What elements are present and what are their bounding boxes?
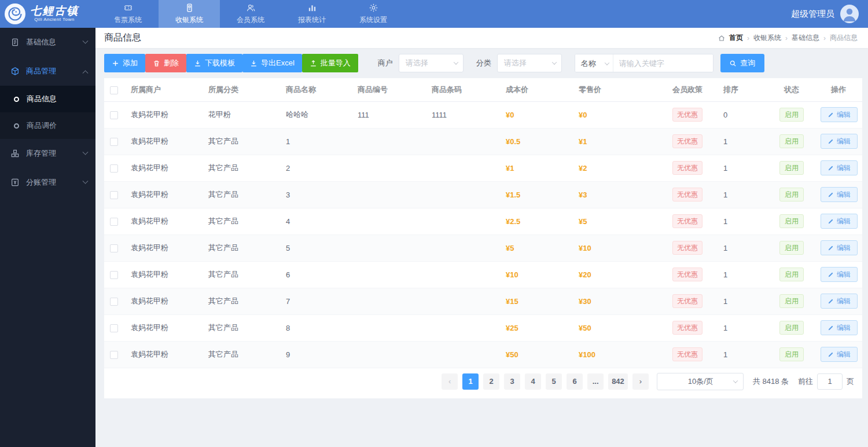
- page-button-6[interactable]: 6: [567, 373, 583, 390]
- next-page-button[interactable]: ›: [632, 373, 649, 390]
- nav-item-5[interactable]: 系统设置: [343, 0, 404, 28]
- nav-item-2[interactable]: 收银系统: [159, 0, 220, 28]
- logo-title: 七鲤古镇: [30, 5, 79, 17]
- nav-item-4[interactable]: 报表统计: [281, 0, 343, 28]
- product-table-card: 所属商户所属分类商品名称商品编号商品条码成本价零售价会员政策排序状态操作 袁妈花…: [104, 78, 862, 398]
- cell-category: 其它产品: [203, 128, 280, 155]
- user-avatar-icon[interactable]: [840, 5, 859, 23]
- table-row: 袁妈花甲粉其它产品5¥5¥10无优惠1启用编辑: [104, 235, 862, 261]
- logo-subtitle: Qili Ancient Town: [30, 17, 79, 23]
- merchant-select[interactable]: 请选择: [399, 54, 464, 72]
- cell-category: 其它产品: [203, 261, 280, 288]
- cell-cost-price: ¥2.5: [500, 208, 573, 235]
- select-all-checkbox[interactable]: [110, 86, 118, 94]
- column-header: 商品编号: [352, 78, 426, 101]
- page-button-842[interactable]: 842: [608, 373, 628, 390]
- page-size-select[interactable]: 10条/页: [657, 373, 744, 390]
- row-checkbox[interactable]: [110, 218, 118, 226]
- cell-product-name: 1: [280, 128, 352, 155]
- filter-bar: 商户 请选择 分类 请选择 名称 查询: [378, 54, 764, 72]
- chevron-down-icon: [552, 60, 557, 64]
- row-checkbox[interactable]: [110, 324, 118, 332]
- cell-product-name: 5: [280, 235, 352, 261]
- edit-button[interactable]: 编辑: [821, 160, 858, 175]
- goto-page-input[interactable]: [817, 373, 843, 390]
- breadcrumb-item-1[interactable]: 首页: [729, 33, 743, 43]
- download-template-button[interactable]: 下载模板: [186, 54, 242, 72]
- row-checkbox[interactable]: [110, 351, 118, 359]
- cell-category: 花甲粉: [203, 101, 280, 128]
- breadcrumb: 首页›收银系统›基础信息›商品信息: [718, 33, 858, 43]
- row-checkbox[interactable]: [110, 298, 118, 306]
- cell-product-code: [352, 341, 426, 368]
- row-checkbox[interactable]: [110, 244, 118, 252]
- page-ellipsis: ...: [587, 373, 604, 390]
- delete-button[interactable]: 删除: [145, 54, 186, 72]
- cell-retail-price: ¥20: [573, 261, 657, 288]
- cell-cost-price: ¥1: [500, 155, 573, 181]
- cell-category: 其它产品: [203, 341, 280, 368]
- batch-import-button[interactable]: 批量导入: [302, 54, 358, 72]
- pencil-icon: [827, 192, 834, 198]
- sidebar-item-2[interactable]: 商品管理: [0, 57, 95, 86]
- edit-button[interactable]: 编辑: [821, 187, 858, 202]
- cell-barcode: [426, 155, 500, 181]
- prev-page-button[interactable]: ‹: [442, 373, 458, 390]
- page-button-2[interactable]: 2: [483, 373, 499, 390]
- edit-button[interactable]: 编辑: [821, 214, 858, 229]
- keyword-input[interactable]: [613, 54, 713, 72]
- edit-button[interactable]: 编辑: [821, 294, 858, 309]
- breadcrumb-item-2[interactable]: 收银系统: [753, 33, 781, 43]
- edit-button[interactable]: 编辑: [821, 267, 858, 282]
- page-button-5[interactable]: 5: [546, 373, 562, 390]
- member-policy-badge: 无优惠: [672, 294, 703, 308]
- chevron-down-icon: [83, 38, 89, 43]
- category-label: 分类: [476, 58, 491, 68]
- search-field-select[interactable]: 名称: [575, 54, 613, 72]
- page-button-4[interactable]: 4: [525, 373, 541, 390]
- breadcrumb-separator: ›: [747, 34, 749, 42]
- column-header: 状态: [768, 78, 815, 101]
- edit-button[interactable]: 编辑: [821, 134, 858, 149]
- edit-button[interactable]: 编辑: [821, 240, 858, 255]
- edit-button[interactable]: 编辑: [821, 320, 858, 335]
- export-excel-button[interactable]: 导出Excel: [242, 54, 302, 72]
- column-header: 所属分类: [203, 78, 280, 101]
- row-checkbox[interactable]: [110, 271, 118, 279]
- edit-button[interactable]: 编辑: [821, 347, 858, 362]
- cell-sort: 1: [718, 261, 768, 288]
- home-icon: [718, 35, 725, 42]
- pencil-icon: [827, 325, 834, 331]
- sidebar-item-4[interactable]: 分账管理: [0, 168, 95, 197]
- sidebar-subitem-2[interactable]: 商品调价: [0, 112, 95, 139]
- status-badge: 启用: [779, 188, 804, 201]
- plus-icon: [112, 60, 119, 67]
- row-checkbox[interactable]: [110, 138, 118, 146]
- category-select[interactable]: 请选择: [497, 54, 562, 72]
- row-checkbox[interactable]: [110, 111, 118, 119]
- row-checkbox[interactable]: [110, 191, 118, 199]
- table-row: 袁妈花甲粉其它产品9¥50¥100无优惠1启用编辑: [104, 341, 862, 368]
- page-button-3[interactable]: 3: [504, 373, 520, 390]
- page-button-1[interactable]: 1: [462, 373, 479, 390]
- cell-retail-price: ¥50: [573, 314, 657, 341]
- sidebar-subitem-1[interactable]: 商品信息: [0, 86, 95, 112]
- status-badge: 启用: [779, 214, 804, 228]
- cell-category: 其它产品: [203, 155, 280, 181]
- document-icon: [10, 38, 20, 47]
- main-content: 商品信息 首页›收银系统›基础信息›商品信息 添加 删除 下载模板 导出Exce…: [95, 28, 868, 398]
- member-policy-badge: 无优惠: [672, 268, 703, 281]
- cube-icon: [10, 67, 20, 76]
- edit-button[interactable]: 编辑: [821, 107, 858, 122]
- sidebar-item-3[interactable]: 库存管理: [0, 139, 95, 168]
- row-checkbox[interactable]: [110, 164, 118, 173]
- cell-sort: 1: [718, 208, 768, 235]
- nav-item-3[interactable]: 会员系统: [220, 0, 281, 28]
- search-button[interactable]: 查询: [720, 54, 764, 72]
- breadcrumb-item-3[interactable]: 基础信息: [792, 33, 819, 43]
- nav-item-1[interactable]: 售票系统: [97, 0, 159, 28]
- cell-cost-price: ¥50: [500, 341, 573, 368]
- sidebar-item-1[interactable]: 基础信息: [0, 28, 95, 57]
- cell-cost-price: ¥15: [500, 288, 573, 314]
- add-button[interactable]: 添加: [104, 54, 145, 72]
